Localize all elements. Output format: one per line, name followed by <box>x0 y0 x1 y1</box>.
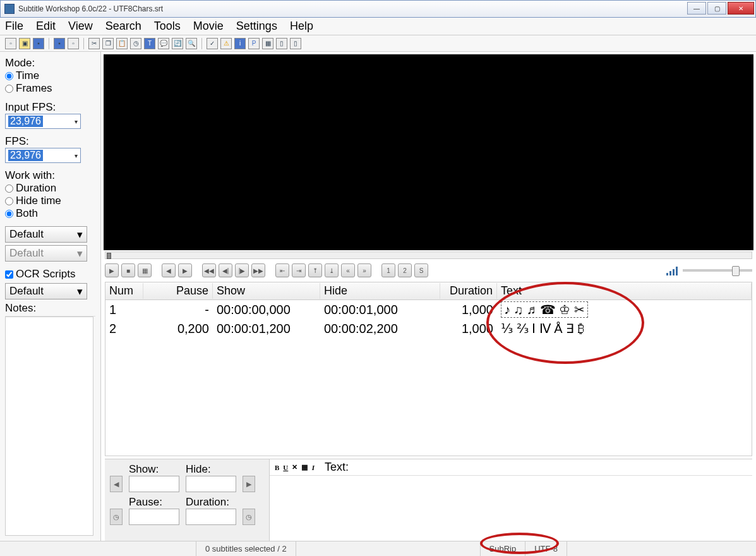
paste-icon[interactable]: 📋 <box>116 38 128 49</box>
subtitle-text-input[interactable] <box>270 476 752 541</box>
notes-textarea[interactable] <box>5 317 93 536</box>
color-button[interactable]: ▦ <box>301 463 308 471</box>
ocr-scripts-check[interactable] <box>5 270 13 279</box>
mark-out-button[interactable]: ⇥ <box>292 263 306 277</box>
menu-search[interactable]: Search <box>105 20 141 33</box>
ffwd-button[interactable]: ▶▶ <box>251 263 265 277</box>
menu-tools[interactable]: Tools <box>154 20 181 33</box>
pause-label: Pause: <box>129 496 179 509</box>
save-icon[interactable]: ▪ <box>33 38 44 49</box>
text-icon[interactable]: T <box>144 38 155 49</box>
video-icon[interactable]: ▦ <box>262 38 273 49</box>
col-show[interactable]: Show <box>213 283 320 299</box>
input-fps-select[interactable]: 23,976▾ <box>5 114 81 129</box>
pause-input[interactable] <box>129 509 179 525</box>
mode-frames-radio[interactable] <box>5 85 13 93</box>
mark-in-button[interactable]: ⇤ <box>275 263 289 277</box>
subtitle-text-cell: ⅓ ⅔ Ⅰ Ⅳ Å ∃ ₿ <box>497 321 752 336</box>
volume-slider[interactable] <box>683 269 752 272</box>
side-panel: Mode: Time Frames Input FPS: 23,976▾ FPS… <box>0 52 101 541</box>
maximize-button[interactable]: ▢ <box>707 2 726 15</box>
view-button[interactable]: ▦ <box>138 263 152 277</box>
table-row[interactable]: 1 - 00:00:00,000 00:00:01,000 1,000 ♪ ♫ … <box>105 300 752 319</box>
rewind-button[interactable]: ◀◀ <box>202 263 216 277</box>
clock-icon[interactable]: ◷ <box>110 509 123 525</box>
tool-icon[interactable]: ▫ <box>68 38 79 49</box>
duration-input[interactable] <box>186 509 236 525</box>
bold-button[interactable]: B <box>275 464 279 471</box>
open-icon[interactable]: ▣ <box>19 38 30 49</box>
subtitle-grid[interactable]: Num Pause Show Hide Duration Text 1 - 00… <box>105 282 752 456</box>
clock-icon[interactable]: ◷ <box>243 509 255 525</box>
duration-label: Duration: <box>186 496 236 509</box>
warning-icon[interactable]: ⚠ <box>220 38 232 49</box>
sync2-button[interactable]: 2 <box>398 263 412 277</box>
fps-label: FPS: <box>5 135 95 148</box>
speech-icon[interactable]: 💬 <box>158 38 169 49</box>
hide-label: Hide: <box>186 463 236 476</box>
stop-button[interactable]: ■ <box>121 263 135 277</box>
back-button[interactable]: ◀| <box>219 263 232 277</box>
col-pause[interactable]: Pause <box>143 283 213 299</box>
italic-button[interactable]: I <box>312 464 315 471</box>
cut-icon[interactable]: ✂ <box>88 38 100 49</box>
col-hide[interactable]: Hide <box>320 283 440 299</box>
spellcheck-icon[interactable]: ✓ <box>207 38 218 49</box>
next-sub-button[interactable]: ▶ <box>178 263 192 277</box>
underline-button[interactable]: U <box>283 464 288 471</box>
set-start-button[interactable]: ⤒ <box>308 263 322 277</box>
search-icon[interactable]: 🔍 <box>186 38 197 49</box>
status-selection: 0 subtitles selected / 2 <box>196 541 296 556</box>
seek-bar[interactable] <box>105 251 752 259</box>
col-text[interactable]: Text <box>497 283 752 299</box>
charset-dropdown-1[interactable]: Default▾ <box>5 226 87 243</box>
strike-button[interactable]: ✕ <box>292 463 297 471</box>
tool-icon[interactable]: ▪ <box>54 38 65 49</box>
shift-left-button[interactable]: « <box>341 263 355 277</box>
menu-movie[interactable]: Movie <box>193 20 224 33</box>
col-num[interactable]: Num <box>105 283 143 299</box>
info-icon[interactable]: i <box>234 38 246 49</box>
doc2-icon[interactable]: ▯ <box>290 38 301 49</box>
copy-icon[interactable]: ❐ <box>102 38 114 49</box>
time-nudge-right-icon[interactable]: ▶ <box>243 476 255 492</box>
work-duration-radio[interactable] <box>5 184 13 193</box>
play-button[interactable]: ▶ <box>105 263 119 277</box>
status-encoding: UTF-8 <box>525 541 567 556</box>
status-format: SubRip <box>480 541 525 556</box>
time-nudge-left-icon[interactable]: ◀ <box>110 476 123 492</box>
sync-s-button[interactable]: S <box>414 263 428 277</box>
clock-icon[interactable]: ◷ <box>130 38 141 49</box>
shift-right-button[interactable]: » <box>357 263 371 277</box>
prev-sub-button[interactable]: ◀ <box>162 263 176 277</box>
mode-time-radio[interactable] <box>5 72 13 80</box>
playback-toolbar: ▶ ■ ▦ ◀ ▶ ◀◀ ◀| |▶ ▶▶ ⇤ ⇥ ⤒ ⤓ « » 1 2 S <box>105 262 752 279</box>
close-button[interactable]: ✕ <box>728 2 754 15</box>
set-end-button[interactable]: ⤓ <box>325 263 339 277</box>
show-input[interactable] <box>129 476 179 492</box>
ocr-dropdown[interactable]: Default▾ <box>5 283 87 299</box>
doc-icon[interactable]: ▯ <box>276 38 287 49</box>
fwd-button[interactable]: |▶ <box>235 263 249 277</box>
menu-help[interactable]: Help <box>290 20 313 33</box>
menu-file[interactable]: File <box>5 20 23 33</box>
col-duration[interactable]: Duration <box>440 283 497 299</box>
input-fps-label: Input FPS: <box>5 101 95 114</box>
translate-icon[interactable]: 🔄 <box>172 38 183 49</box>
work-both-radio[interactable] <box>5 210 13 218</box>
table-row[interactable]: 2 0,200 00:00:01,200 00:00:02,200 1,000 … <box>105 319 752 338</box>
minimize-button[interactable]: — <box>687 2 706 15</box>
work-hide-radio[interactable] <box>5 197 13 205</box>
menu-view[interactable]: View <box>68 20 93 33</box>
work-duration-label: Duration <box>16 182 56 195</box>
video-preview[interactable] <box>104 54 753 250</box>
menu-edit[interactable]: Edit <box>36 20 56 33</box>
text-label: Text: <box>325 461 349 474</box>
hide-input[interactable] <box>186 476 236 492</box>
new-icon[interactable]: ▫ <box>5 38 16 49</box>
sync1-button[interactable]: 1 <box>381 263 395 277</box>
charset-dropdown-2[interactable]: Default▾ <box>5 245 87 262</box>
fps-select[interactable]: 23,976▾ <box>5 148 81 163</box>
pascal-icon[interactable]: P <box>248 38 260 49</box>
menu-settings[interactable]: Settings <box>236 20 277 33</box>
